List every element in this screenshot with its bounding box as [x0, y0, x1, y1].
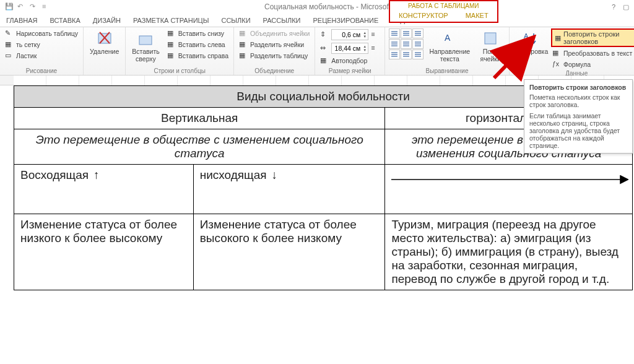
- insert-left-icon: ▦: [167, 40, 176, 49]
- sort-button[interactable]: AЯ Сортировка: [513, 28, 547, 69]
- svg-rect-5: [485, 33, 496, 44]
- cell-asc-desc[interactable]: Изменение статуса от более низкого к бол…: [14, 214, 194, 290]
- col-vertical[interactable]: Вертикальная: [14, 108, 385, 129]
- insert-left-button[interactable]: ▦Вставить слева: [166, 40, 230, 50]
- merge-cells-button[interactable]: ▦Объединить ячейки: [238, 28, 311, 38]
- group-delete: Удаление: [84, 27, 126, 75]
- row-height-spinner[interactable]: ⇕ ▲▼ ≡: [319, 28, 381, 41]
- align-tl[interactable]: [389, 28, 400, 38]
- tab-layout[interactable]: МАКЕТ: [457, 10, 497, 22]
- eraser-button[interactable]: ▭Ластик: [4, 51, 79, 61]
- ribbon: ✎Нарисовать таблицу ▦ть сетку ▭Ластик Ри…: [0, 27, 634, 76]
- align-br[interactable]: [412, 50, 423, 59]
- ribbon-tabs: ГЛАВНАЯ ВСТАВКА ДИЗАЙН РАЗМЕТКА СТРАНИЦЫ…: [0, 14, 634, 27]
- insert-below-button[interactable]: ▦Вставить снизу: [166, 28, 230, 38]
- tab-design[interactable]: ДИЗАЙН: [87, 15, 127, 27]
- alignment-grid[interactable]: [389, 28, 423, 64]
- align-tc[interactable]: [401, 28, 412, 38]
- cell-horiz-examples[interactable]: Туризм, миграция (переезд на другое мест…: [385, 214, 633, 290]
- convert-icon: ▦: [552, 49, 561, 58]
- save-icon[interactable]: 💾: [5, 2, 14, 11]
- tab-page-layout[interactable]: РАЗМЕТКА СТРАНИЦЫ: [127, 15, 215, 27]
- cell-horizontal-arrow[interactable]: [385, 165, 633, 214]
- tab-references[interactable]: ССЫЛКИ: [215, 15, 256, 27]
- autofit-button[interactable]: ▦Автоподбор: [319, 56, 381, 66]
- col-width-input[interactable]: [332, 45, 362, 52]
- split-cells-icon: ▦: [239, 40, 248, 49]
- document-title: Социальная мобильность - Microsoft Word: [63, 2, 612, 11]
- group-cell-size: ⇕ ▲▼ ≡ ⇔ ▲▼ ≡ ▦Автоподбор Размер ячейки: [315, 27, 385, 75]
- cell-descending[interactable]: нисходящая: [193, 165, 385, 214]
- split-table-button[interactable]: ▦Разделить таблицу: [238, 51, 311, 61]
- svg-text:A: A: [524, 32, 529, 40]
- align-mc[interactable]: [401, 39, 412, 49]
- col-width-spinner[interactable]: ⇔ ▲▼ ≡: [319, 42, 381, 54]
- window-controls: ? ▢: [612, 3, 629, 11]
- align-bl[interactable]: [389, 50, 400, 59]
- group-label-merge: Объединение: [238, 67, 311, 74]
- align-bc[interactable]: [401, 50, 412, 59]
- insert-above-button[interactable]: Вставить сверху: [129, 28, 162, 64]
- title-bar: 💾 ↶ ↷ ≡ Социальная мобильность - Microso…: [0, 0, 634, 14]
- pencil-icon: ✎: [5, 29, 14, 38]
- view-gridlines-button[interactable]: ▦ть сетку: [4, 40, 79, 50]
- align-ml[interactable]: [389, 39, 400, 49]
- distribute-rows-icon[interactable]: ≡: [371, 30, 380, 39]
- group-alignment: A Направление текста Поля ячейки Выравни…: [385, 27, 510, 75]
- tab-insert[interactable]: ВСТАВКА: [43, 15, 86, 27]
- desc-vertical[interactable]: Это перемещение в обществе с изменением …: [14, 129, 385, 165]
- repeat-header-rows-button[interactable]: ▦ Повторить строки заголовков: [551, 28, 634, 47]
- tooltip-line1: Пометка нескольких строк как строк загол…: [529, 93, 627, 108]
- svg-rect-3: [139, 36, 152, 45]
- group-merge: ▦Объединить ячейки ▦Разделить ячейки ▦Ра…: [234, 27, 315, 75]
- table-tools-box: РАБОТА С ТАБЛИЦАМИ КОНСТРУКТОР МАКЕТ: [389, 0, 498, 23]
- convert-to-text-button[interactable]: ▦Преобразовать в текст: [551, 48, 634, 58]
- distribute-cols-icon[interactable]: ≡: [371, 44, 380, 53]
- insert-right-button[interactable]: ▦Вставить справа: [166, 51, 230, 61]
- group-label-alignment: Выравнивание: [389, 67, 505, 74]
- table-tools-title: РАБОТА С ТАБЛИЦАМИ: [397, 1, 490, 10]
- merge-icon: ▦: [239, 29, 248, 38]
- align-mr[interactable]: [412, 39, 423, 49]
- row-height-input[interactable]: [332, 31, 362, 38]
- tooltip-line2: Если таблица занимает несколько страниц,…: [529, 112, 627, 149]
- group-label-draw: Рисование: [4, 67, 79, 74]
- draw-table-button[interactable]: ✎Нарисовать таблицу: [4, 28, 79, 38]
- redo-icon[interactable]: ↷: [30, 2, 38, 11]
- delete-icon: [96, 30, 113, 47]
- split-cells-button[interactable]: ▦Разделить ячейки: [238, 40, 311, 50]
- insert-right-icon: ▦: [167, 51, 176, 60]
- text-direction-icon: A: [441, 30, 458, 47]
- delete-button[interactable]: Удаление: [87, 28, 121, 57]
- undo-icon[interactable]: ↶: [17, 2, 26, 11]
- grid-icon: ▦: [5, 40, 14, 49]
- group-rows-cols: Вставить сверху ▦Вставить снизу ▦Вставит…: [126, 27, 234, 75]
- formula-icon: ƒx: [552, 60, 561, 69]
- bullets-icon[interactable]: ≡: [42, 2, 51, 11]
- cell-margins-button[interactable]: Поля ячейки: [476, 28, 505, 64]
- group-label-delete: [87, 74, 121, 74]
- group-data: AЯ Сортировка ▦ Повторить строки заголов…: [510, 27, 634, 75]
- width-icon: ⇔: [320, 44, 329, 53]
- cell-margins-icon: [482, 30, 499, 47]
- cell-desc-desc[interactable]: Изменение статуса от более высокого к бо…: [193, 214, 385, 290]
- repeat-header-icon: ▦: [555, 34, 561, 42]
- insert-below-icon: ▦: [167, 29, 176, 38]
- tab-mailings[interactable]: РАССЫЛКИ: [257, 15, 307, 27]
- svg-text:Я: Я: [524, 40, 529, 47]
- tab-review[interactable]: РЕЦЕНЗИРОВАНИЕ: [306, 15, 384, 27]
- text-direction-button[interactable]: A Направление текста: [427, 28, 472, 64]
- group-label-cell-size: Размер ячейки: [319, 67, 381, 74]
- ribbon-options-icon[interactable]: ▢: [623, 3, 629, 11]
- tooltip-repeat-header: Повторить строки заголовков Пометка неск…: [524, 79, 633, 154]
- tab-constructor[interactable]: КОНСТРУКТОР: [390, 10, 457, 22]
- formula-button[interactable]: ƒxФормула: [551, 59, 634, 69]
- quick-access-toolbar: 💾 ↶ ↷ ≡: [5, 2, 51, 11]
- autofit-icon: ▦: [320, 56, 329, 65]
- insert-above-icon: [137, 30, 154, 47]
- align-tr[interactable]: [412, 28, 423, 38]
- tab-home[interactable]: ГЛАВНАЯ: [0, 15, 43, 27]
- cell-ascending[interactable]: Восходящая: [14, 165, 194, 214]
- eraser-icon: ▭: [5, 51, 14, 60]
- help-icon[interactable]: ?: [612, 3, 615, 11]
